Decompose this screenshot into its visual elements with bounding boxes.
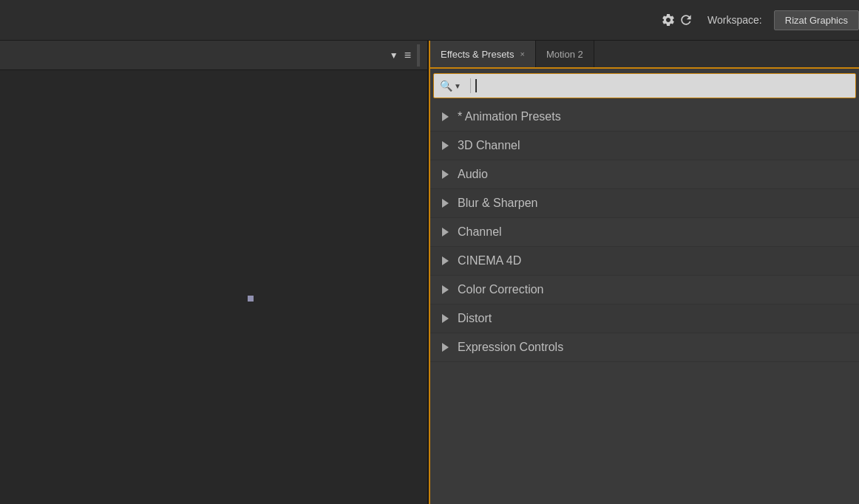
list-item[interactable]: CINEMA 4D (430, 247, 859, 276)
panel-divider (417, 44, 420, 67)
workspace-label: Workspace: (707, 14, 762, 26)
top-bar: Workspace: Rizat Graphics (0, 0, 859, 41)
search-bar[interactable]: 🔍 ▼ (433, 73, 856, 98)
expand-arrow-icon (442, 228, 449, 236)
expand-arrow-icon (442, 314, 449, 323)
workspace-button[interactable]: Rizat Graphics (774, 10, 859, 30)
tab-motion2[interactable]: Motion 2 (536, 41, 594, 67)
expand-arrow-icon (442, 112, 449, 121)
tabs-row: Effects & Presets × Motion 2 (430, 41, 859, 69)
expand-arrow-icon (442, 343, 449, 352)
expand-arrow-icon (442, 256, 449, 265)
tab-effects-presets[interactable]: Effects & Presets × (430, 41, 536, 67)
small-square-indicator (248, 296, 254, 302)
effects-presets-panel: Effects & Presets × Motion 2 🔍 ▼ * Anima… (429, 41, 859, 504)
search-dropdown-arrow-icon[interactable]: ▼ (454, 82, 461, 90)
list-item[interactable]: Channel (430, 218, 859, 247)
expand-arrow-icon (442, 141, 449, 150)
list-item[interactable]: * Animation Presets (430, 103, 859, 132)
list-item[interactable]: Distort (430, 304, 859, 333)
left-panel: ▼ ≡ (0, 41, 429, 504)
effect-label: Channel (458, 225, 502, 239)
expand-arrow-icon (442, 199, 449, 208)
effect-label: Blur & Sharpen (458, 197, 538, 210)
tab-motion2-label: Motion 2 (546, 49, 583, 60)
effects-list: * Animation Presets 3D Channel Audio Blu… (430, 103, 859, 504)
tab-effects-presets-label: Effects & Presets (441, 49, 514, 60)
tab-close-icon[interactable]: × (520, 50, 524, 58)
refresh-icon (678, 12, 694, 28)
effect-label: * Animation Presets (458, 110, 561, 123)
workspace-area: Workspace: Rizat Graphics (660, 10, 859, 30)
panel-menu-icon[interactable]: ▼ ≡ (390, 49, 411, 62)
dropdown-arrow-icon: ▼ (390, 50, 398, 61)
left-panel-content (0, 70, 427, 504)
main-content: ▼ ≡ Effects & Presets × Motion 2 🔍 ▼ (0, 41, 859, 504)
effect-label: Color Correction (458, 283, 543, 296)
effect-label: CINEMA 4D (458, 254, 521, 268)
search-icon-wrapper: 🔍 ▼ (434, 80, 466, 92)
list-item[interactable]: Blur & Sharpen (430, 189, 859, 218)
list-item[interactable]: Color Correction (430, 276, 859, 304)
effect-label: Distort (458, 312, 492, 325)
list-item[interactable]: 3D Channel (430, 132, 859, 160)
effect-label: 3D Channel (458, 139, 520, 152)
gear-icon-group[interactable] (660, 12, 694, 28)
gear-icon (660, 12, 676, 28)
search-icon: 🔍 (440, 80, 452, 92)
search-input[interactable] (477, 81, 855, 92)
search-divider (470, 78, 471, 93)
expand-arrow-icon (442, 285, 449, 294)
effect-label: Expression Controls (458, 341, 563, 354)
menu-lines-icon: ≡ (404, 49, 411, 62)
effect-label: Audio (458, 168, 488, 181)
list-item[interactable]: Expression Controls (430, 333, 859, 362)
list-item[interactable]: Audio (430, 160, 859, 189)
expand-arrow-icon (442, 170, 449, 179)
left-panel-header: ▼ ≡ (0, 41, 427, 70)
